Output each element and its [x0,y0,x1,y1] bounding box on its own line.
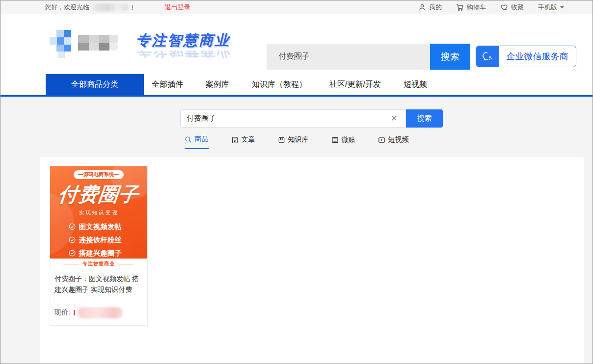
my-account-link[interactable]: 我的 [411,3,449,12]
list-icon [331,136,339,144]
product-title[interactable]: 付费圈子：图文视频发帖 搭建兴趣圈子 实现知识付费 [50,269,147,295]
mobile-version-label: 手机版 [538,3,557,12]
price-label: 现价: [54,308,70,317]
nav-item-short-video[interactable]: 短视频 [404,79,427,90]
wecom-service-badge[interactable]: 企业微信服务商 [476,46,576,67]
slogan-text: 专注智慧商业 [134,31,232,51]
header-search-button[interactable]: 搜索 [430,44,470,70]
tab-articles[interactable]: 文章 [231,135,255,149]
username-redacted [92,3,129,11]
nav-items: 全部插件 案例库 知识库（教程） 社区/更新/开发 短视频 [152,74,427,95]
topbar: 您好，欢迎光临 ! 退出登录 我的 购物车 [0,0,593,14]
video-icon [378,136,385,144]
favorites-label: 收藏 [511,3,524,12]
book-icon [278,136,285,144]
greeting-prefix: 您好，欢迎光临 [45,3,89,12]
logo-image [50,30,123,58]
favorites-link[interactable]: 收藏 [493,3,531,12]
check-icon [69,250,76,257]
result-tabs: 商品 文章 知识库 微贴 短视频 [0,135,593,149]
logout-link[interactable]: 退出登录 [165,3,190,12]
product-price-row: 现价: [50,307,147,318]
price-value-redacted [78,307,123,318]
tab-articles-label: 文章 [242,135,255,144]
search-icon [185,136,192,143]
greeting: 您好，欢迎光临 ! 退出登录 [45,3,190,12]
content-area: ✕ 搜索 商品 文章 知识库 微贴 [0,97,593,364]
nav-item-cases[interactable]: 案例库 [206,79,229,90]
slogan-reflection: 专注智慧商业 [134,51,232,60]
tab-knowledge-label: 知识库 [288,135,309,144]
image-subtitle: 实现知识变现 [50,209,147,216]
feature-label: 图文视频发帖 [79,220,122,234]
footer-line [64,264,79,264]
header-search-input[interactable] [267,44,430,70]
my-account-label: 我的 [429,3,442,12]
footer-text: 专注智慧商业 [82,260,115,267]
nav-item-plugins[interactable]: 全部插件 [152,79,183,90]
product-card[interactable]: —源码电商系统— 付费圈子 实现知识变现 图文视频发帖 连接铁杆粉丝 [50,166,148,326]
slogan: 专注智慧商业 专注智慧商业 [134,31,232,60]
site-logo[interactable] [50,30,123,58]
tab-goods[interactable]: 商品 [185,135,209,149]
product-image: —源码电商系统— 付费圈子 实现知识变现 图文视频发帖 连接铁杆粉丝 [50,166,147,259]
wecom-label: 企业微信服务商 [499,46,576,67]
check-icon [69,223,76,230]
document-icon [231,136,239,144]
feature-label: 连接铁杆粉丝 [79,234,122,247]
results-panel: —源码电商系统— 付费圈子 实现知识变现 图文视频发帖 连接铁杆粉丝 [40,157,584,364]
tab-short-video-label: 短视频 [388,135,409,144]
cart-link[interactable]: 购物车 [449,3,493,12]
heart-icon [500,3,508,11]
result-search-box: ✕ [180,109,406,128]
tab-micro-posts[interactable]: 微贴 [331,135,355,149]
header-search: 搜索 [267,44,470,70]
mobile-version-link[interactable]: 手机版 [531,3,571,12]
tab-short-video[interactable]: 短视频 [378,135,409,149]
nav-item-all-categories[interactable]: 全部商品分类 [46,74,144,95]
tab-micro-posts-label: 微贴 [342,135,355,144]
tab-goods-label: 商品 [195,135,209,144]
topbar-links: 我的 购物车 收藏 手机版 [411,3,571,12]
result-search: ✕ 搜索 [180,109,443,128]
image-footer: 专注智慧商业 [50,259,147,269]
feature-row: 搭建兴趣圈子 [69,247,129,259]
result-search-input[interactable] [187,114,389,123]
tab-knowledge[interactable]: 知识库 [278,135,309,149]
nav-item-community[interactable]: 社区/更新/开发 [329,79,381,90]
footer-line [118,264,133,264]
image-top-badge: —源码电商系统— [74,170,124,179]
image-title: 付费圈子 [50,181,147,208]
site-header: 专注智慧商业 专注智慧商业 搜索 企业微信服务商 [0,14,593,74]
result-search-button[interactable]: 搜索 [406,109,443,128]
nav-item-knowledge[interactable]: 知识库（教程） [252,79,307,90]
greeting-suffix: ! [132,4,134,11]
cart-icon [456,3,464,11]
image-features: 图文视频发帖 连接铁杆粉丝 搭建兴趣圈子 [69,220,129,259]
main-nav: 全部商品分类 全部插件 案例库 知识库（教程） 社区/更新/开发 短视频 [0,74,593,95]
wecom-icon [476,46,499,67]
feature-row: 图文视频发帖 [69,220,129,234]
price-currency-redacted [74,310,75,315]
user-icon [418,3,426,11]
cart-label: 购物车 [467,3,486,12]
feature-row: 连接铁杆粉丝 [69,234,129,247]
feature-label: 搭建兴趣圈子 [79,247,122,259]
clear-icon[interactable]: ✕ [389,114,400,123]
check-icon [69,236,76,243]
caret-down-icon [560,6,564,10]
